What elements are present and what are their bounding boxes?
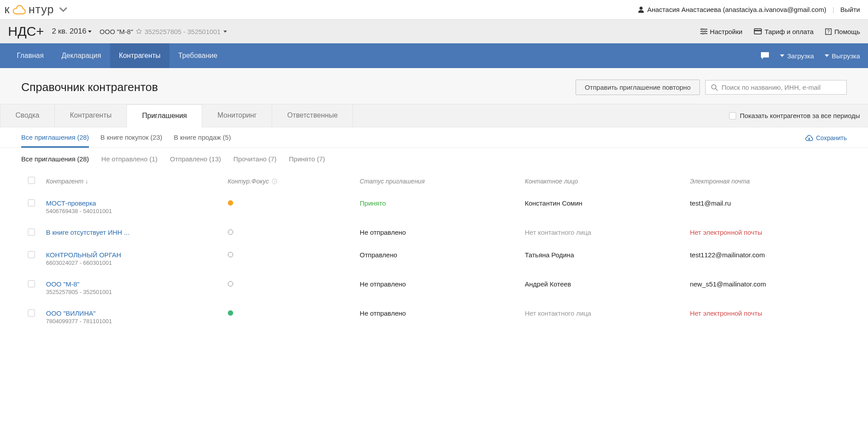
settings-label: Настройки [710, 28, 743, 35]
contragent-link[interactable]: МОСТ-проверка [46, 199, 219, 207]
chevron-down-icon[interactable] [57, 5, 70, 15]
chat-icon[interactable] [760, 52, 769, 60]
caret-down-icon [88, 31, 92, 33]
filter2-all[interactable]: Все приглашения (28) [21, 155, 89, 163]
filter-purchase-book[interactable]: В книге покупок (23) [100, 134, 162, 148]
tab-summary[interactable]: Сводка [0, 104, 55, 127]
contact-email: test1122@mailinator.com [690, 251, 764, 259]
invite-status: Принято [360, 199, 386, 207]
contragent-ids: 3525257805 - 352501001 [46, 289, 219, 295]
filter2-sent[interactable]: Отправлено (13) [170, 155, 221, 163]
col-focus[interactable]: Контур.Фокус ? [223, 170, 356, 192]
filter2-accepted[interactable]: Принято (7) [289, 155, 325, 163]
caret-down-icon [780, 54, 784, 57]
tab-invitations[interactable]: Приглашения [127, 104, 202, 127]
row-checkbox[interactable] [28, 280, 35, 287]
download-menu[interactable]: Загрузка [780, 52, 814, 60]
logo[interactable]: к нтур [4, 3, 70, 16]
table-row: В книге отсутствует ИНН ...Не отправлено… [21, 221, 847, 244]
download-label: Загрузка [787, 52, 814, 60]
period-selector[interactable]: 2 кв. 2016 [52, 27, 92, 36]
search-input[interactable] [722, 84, 841, 91]
invite-status: Отправлено [360, 251, 397, 259]
settings-link[interactable]: Настройки [700, 28, 743, 35]
user-icon [638, 6, 645, 13]
focus-indicator [228, 200, 233, 206]
filter-all-invites[interactable]: Все приглашения (28) [21, 134, 89, 148]
focus-indicator [228, 229, 233, 235]
nav-item-requirement[interactable]: Требование [169, 43, 226, 68]
resend-invite-button[interactable]: Отправить приглашение повторно [576, 80, 700, 95]
upload-label: Выгрузка [832, 52, 860, 60]
tab-contragents[interactable]: Контрагенты [55, 104, 127, 127]
tariff-label: Тариф и оплата [764, 28, 814, 35]
show-all-label: Показать контрагентов за все периоды [740, 112, 860, 119]
invite-status: Не отправлено [360, 229, 406, 236]
logo-text-before: к [4, 3, 10, 16]
nav-item-contragents[interactable]: Контрагенты [110, 43, 169, 68]
cloud-icon [12, 5, 26, 15]
filter2-not-sent[interactable]: Не отправлено (1) [101, 155, 157, 163]
contact-person: Нет контактного лица [525, 309, 591, 317]
save-link[interactable]: Сохранить [805, 134, 847, 147]
tab-monitoring[interactable]: Мониторинг [202, 104, 272, 127]
contact-email: Нет электронной почты [690, 229, 762, 236]
caret-down-icon [223, 31, 227, 33]
svg-rect-4 [754, 30, 761, 31]
col-email[interactable]: Электронная почта [685, 170, 847, 192]
nav-right: Загрузка Выгрузка [760, 52, 860, 60]
user-name: Анастасия Анастасиева (anastaciya.a.ivan… [647, 6, 826, 13]
row-checkbox[interactable] [28, 309, 35, 317]
sliders-icon [700, 28, 707, 34]
nav-item-home[interactable]: Главная [8, 43, 53, 68]
help-label: Помощь [834, 28, 860, 35]
logout-link[interactable]: Выйти [841, 6, 860, 13]
contact-email: test1@mail.ru [690, 199, 731, 207]
help-link[interactable]: ? Помощь [825, 28, 860, 35]
select-all-checkbox[interactable] [28, 177, 35, 184]
svg-point-7 [712, 84, 716, 89]
org-selector[interactable]: ООО "М-8" 3525257805 - 352501001 [100, 28, 227, 35]
help-icon[interactable]: ? [272, 179, 277, 184]
nav-item-declaration[interactable]: Декларация [53, 43, 110, 68]
filter2-read[interactable]: Прочитано (7) [234, 155, 277, 163]
svg-point-1 [704, 31, 706, 32]
col-contragent[interactable]: Контрагент ↓ [42, 170, 223, 192]
page-actions: Отправить приглашение повторно [576, 80, 847, 95]
secondbar: НДС+ 2 кв. 2016 ООО "М-8" 3525257805 - 3… [0, 19, 868, 43]
help-icon: ? [825, 28, 832, 35]
svg-rect-3 [754, 29, 761, 34]
col-contact[interactable]: Контактное лицо [520, 170, 685, 192]
separator: | [833, 6, 834, 13]
table-wrap: Контрагент ↓ Контур.Фокус ? Статус пригл… [0, 170, 868, 345]
invite-status: Не отправлено [360, 309, 406, 317]
search-box[interactable] [705, 80, 847, 95]
star-icon[interactable] [136, 28, 142, 34]
search-icon [711, 84, 718, 91]
tab-responsible[interactable]: Ответственные [272, 104, 353, 127]
svg-text:?: ? [827, 29, 830, 34]
show-all-checkbox[interactable] [729, 112, 736, 119]
contragent-ids: 7804099377 - 781101001 [46, 318, 219, 324]
cloud-download-icon [805, 135, 813, 141]
contragent-link[interactable]: ООО "М-8" [46, 280, 219, 288]
page-header: Справочник контрагентов Отправить пригла… [0, 68, 868, 104]
subfilters-2: Все приглашения (28) Не отправлено (1) О… [0, 148, 868, 170]
contragent-link[interactable]: В книге отсутствует ИНН ... [46, 229, 219, 236]
caret-down-icon [825, 54, 829, 57]
row-checkbox[interactable] [28, 229, 35, 236]
contragent-link[interactable]: ООО "ВИЛИНА" [46, 309, 219, 317]
user-block[interactable]: Анастасия Анастасиева (anastaciya.a.ivan… [638, 6, 826, 13]
contragent-link[interactable]: КОНТРОЛЬНЫЙ ОРГАН [46, 251, 219, 259]
row-checkbox[interactable] [28, 251, 35, 258]
tariff-link[interactable]: Тариф и оплата [754, 28, 814, 35]
focus-indicator [228, 252, 233, 257]
col-status[interactable]: Статус приглашения [355, 170, 520, 192]
secondbar-left: НДС+ 2 кв. 2016 ООО "М-8" 3525257805 - 3… [8, 24, 227, 39]
filter-sales-book[interactable]: В книге продаж (5) [174, 134, 231, 148]
row-checkbox[interactable] [28, 199, 35, 206]
upload-menu[interactable]: Выгрузка [825, 52, 860, 60]
org-name: ООО "М-8" [100, 28, 133, 35]
topbar-right: Анастасия Анастасиева (anastaciya.a.ivan… [638, 6, 860, 13]
tabs-right: Показать контрагентов за все периоды [729, 104, 860, 127]
